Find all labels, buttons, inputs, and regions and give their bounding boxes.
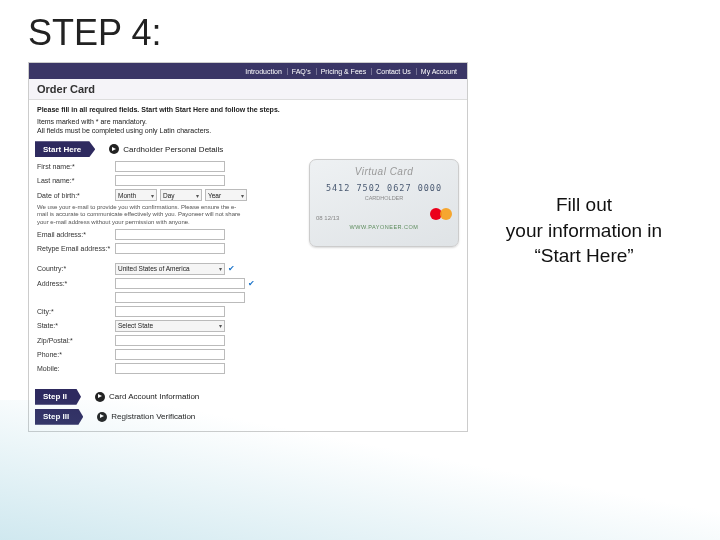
- label-retype-email: Retype Email address:*: [37, 245, 115, 252]
- check-icon: ✔: [228, 264, 237, 273]
- country-select[interactable]: United States of America▾: [115, 263, 225, 275]
- last-name-input[interactable]: [115, 175, 225, 186]
- arrow-icon: [97, 412, 107, 422]
- nav-introduction[interactable]: Introduction: [241, 68, 286, 75]
- mastercard-logo-icon: [430, 207, 452, 221]
- tab-start-here[interactable]: Start Here: [35, 141, 95, 157]
- tab-step3[interactable]: Step III: [35, 409, 83, 425]
- instructions-sub: Items marked with * are mandatory. All f…: [29, 117, 467, 141]
- section-step2-label: Card Account Information: [95, 392, 199, 402]
- mobile-input[interactable]: [115, 363, 225, 374]
- retype-email-input[interactable]: [115, 243, 225, 254]
- label-zip: Zip/Postal:*: [37, 337, 115, 344]
- embedded-screenshot: Introduction FAQ's Pricing & Fees Contac…: [28, 62, 468, 432]
- address-input-2[interactable]: [115, 292, 245, 303]
- section-start-here: Start Here Cardholder Personal Details: [29, 141, 467, 157]
- section-start-text: Cardholder Personal Details: [123, 145, 223, 154]
- card-brand: Virtual Card: [316, 166, 452, 177]
- email-note: We use your e-mail to provide you with c…: [37, 204, 247, 226]
- label-country: Country:*: [37, 265, 115, 272]
- label-email: Email address:*: [37, 231, 115, 238]
- card-holder: CARDHOLDER: [316, 195, 452, 201]
- label-city: City:*: [37, 308, 115, 315]
- label-state: State:*: [37, 322, 115, 329]
- tab-step2[interactable]: Step II: [35, 389, 81, 405]
- section-step3-text: Registration Verification: [111, 412, 195, 421]
- label-last-name: Last name:*: [37, 177, 115, 184]
- label-address: Address:*: [37, 280, 115, 287]
- virtual-card-preview: Virtual Card 5412 7502 0627 0000 CARDHOL…: [309, 159, 459, 247]
- card-number: 5412 7502 0627 0000: [316, 183, 452, 193]
- slide-title: STEP 4:: [0, 0, 720, 62]
- section-step2: Step II Card Account Information: [29, 389, 467, 405]
- chevron-down-icon: ▾: [219, 322, 222, 329]
- latin-note: All fields must be completed using only …: [37, 126, 459, 135]
- section-step3-label: Registration Verification: [97, 412, 195, 422]
- first-name-input[interactable]: [115, 161, 225, 172]
- dob-year-select[interactable]: Year▾: [205, 189, 247, 201]
- arrow-icon: [109, 144, 119, 154]
- label-phone: Phone:*: [37, 351, 115, 358]
- mandatory-note: Items marked with * are mandatory.: [37, 117, 459, 126]
- nav-my-account[interactable]: My Account: [416, 68, 461, 75]
- label-first-name: First name:*: [37, 163, 115, 170]
- card-expiry: 08 12/13: [316, 215, 339, 221]
- chevron-down-icon: ▾: [241, 192, 244, 199]
- top-nav: Introduction FAQ's Pricing & Fees Contac…: [29, 63, 467, 79]
- label-dob: Date of birth:*: [37, 192, 115, 199]
- callout-line3: “Start Here”: [468, 243, 700, 269]
- label-mobile: Mobile:: [37, 365, 115, 372]
- chevron-down-icon: ▾: [151, 192, 154, 199]
- nav-pricing[interactable]: Pricing & Fees: [316, 68, 371, 75]
- address-input-1[interactable]: [115, 278, 245, 289]
- callout-line1: Fill out: [468, 192, 700, 218]
- section-step3: Step III Registration Verification: [29, 409, 467, 425]
- state-select[interactable]: Select State▾: [115, 320, 225, 332]
- city-input[interactable]: [115, 306, 225, 317]
- card-url: WWW.PAYONEER.COM: [316, 224, 452, 230]
- email-input[interactable]: [115, 229, 225, 240]
- nav-faqs[interactable]: FAQ's: [287, 68, 315, 75]
- callout-line2: your information in: [468, 218, 700, 244]
- chevron-down-icon: ▾: [196, 192, 199, 199]
- arrow-icon: [95, 392, 105, 402]
- phone-input[interactable]: [115, 349, 225, 360]
- check-icon: ✔: [248, 279, 257, 288]
- dob-month-select[interactable]: Month▾: [115, 189, 157, 201]
- instructions-main: Please fill in all required fields. Star…: [29, 100, 467, 117]
- page-title: Order Card: [29, 79, 467, 100]
- nav-contact[interactable]: Contact Us: [371, 68, 415, 75]
- callout-text: Fill out your information in “Start Here…: [468, 62, 700, 432]
- section-step2-text: Card Account Information: [109, 392, 199, 401]
- dob-day-select[interactable]: Day▾: [160, 189, 202, 201]
- section-start-label: Cardholder Personal Details: [109, 144, 223, 154]
- chevron-down-icon: ▾: [219, 265, 222, 272]
- zip-input[interactable]: [115, 335, 225, 346]
